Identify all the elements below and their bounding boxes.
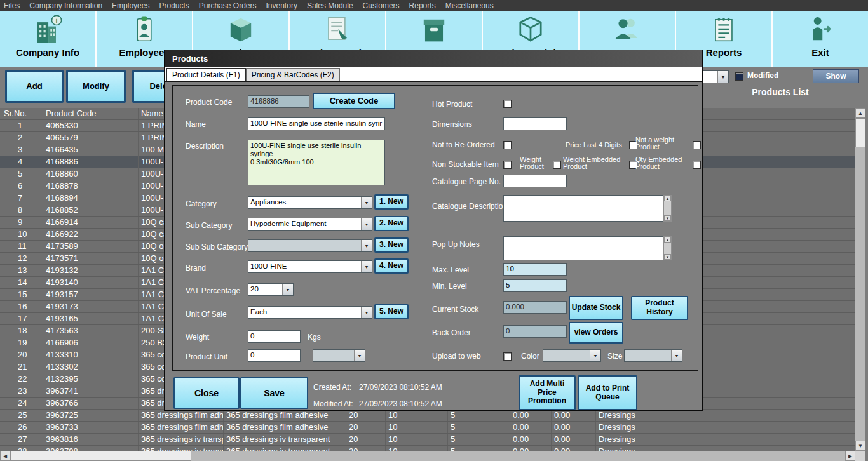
scroll-up-icon[interactable]: ▲ bbox=[855, 108, 865, 118]
hot-product-checkbox[interactable] bbox=[503, 100, 512, 108]
menu-item-miscellaneous[interactable]: Miscellaneous bbox=[445, 1, 494, 10]
sub-category-select[interactable]: Hypodermic Equipment ▼ bbox=[248, 218, 372, 230]
scroll-right-icon[interactable]: ▶ bbox=[845, 451, 855, 461]
vat-percentage-label: VAT Percentage bbox=[186, 286, 240, 295]
pop-up-notes-textarea[interactable] bbox=[503, 236, 663, 260]
menu-item-reports[interactable]: Reports bbox=[409, 1, 436, 10]
vat-percentage-select[interactable]: 20 ▼ bbox=[248, 283, 294, 296]
table-cell: 27 bbox=[0, 434, 43, 445]
table-row[interactable]: 253963725365 dressings film adhesive365 … bbox=[0, 410, 855, 422]
catalogue-description-textarea[interactable] bbox=[503, 195, 663, 222]
table-cell: 4065579 bbox=[43, 132, 139, 144]
description-textarea[interactable]: 100U-FINE single use sterile insulin syr… bbox=[248, 140, 385, 185]
name-field[interactable]: 100U-FINE single use sterile insulin syr… bbox=[248, 117, 385, 130]
table-row[interactable]: 263963733365 dressings film adhesive365 … bbox=[0, 422, 855, 434]
table-cell: 24 bbox=[0, 398, 43, 409]
menu-item-company-information[interactable]: Company Information bbox=[29, 1, 102, 10]
add-to-print-queue-button[interactable]: Add to Print Queue bbox=[578, 375, 637, 410]
category-select[interactable]: Appliances ▼ bbox=[248, 196, 372, 209]
new-unit-button[interactable]: 5. New bbox=[374, 304, 409, 319]
table-cell: 10 bbox=[386, 446, 448, 451]
non-stockable-item-checkbox[interactable] bbox=[503, 161, 512, 169]
menu-item-sales-module[interactable]: Sales Module bbox=[307, 1, 353, 10]
menu-item-products[interactable]: Products bbox=[159, 1, 189, 10]
brand-select[interactable]: 100U-FINE ▼ bbox=[248, 260, 372, 273]
scroll-left-icon[interactable]: ◀ bbox=[0, 451, 10, 461]
vertical-scrollbar-thumb[interactable] bbox=[855, 118, 865, 147]
inventory-archive-icon bbox=[418, 13, 450, 47]
table-cell: 4166922 bbox=[43, 229, 139, 240]
size-select[interactable]: ▼ bbox=[624, 349, 682, 362]
not-a-weight-product-checkbox[interactable] bbox=[693, 141, 701, 149]
scroll-down-icon[interactable]: ▼ bbox=[664, 215, 671, 221]
min-level-label: Min. Level bbox=[432, 282, 467, 291]
sub-sub-category-select[interactable]: ▼ bbox=[248, 239, 372, 252]
min-level-field[interactable]: 5 bbox=[503, 279, 567, 292]
menu-item-employees[interactable]: Employees bbox=[112, 1, 149, 10]
scroll-up-icon[interactable]: ▲ bbox=[664, 196, 671, 201]
table-cell: 4168860 bbox=[43, 168, 139, 180]
new-brand-button[interactable]: 4. New bbox=[374, 258, 409, 274]
toolbar-label: Exit bbox=[811, 47, 829, 58]
product-history-button[interactable]: Product History bbox=[631, 296, 688, 320]
table-cell: 4173563 bbox=[43, 325, 139, 337]
vertical-scrollbar[interactable]: ▲ ▼ bbox=[855, 108, 865, 451]
table-cell: 28 bbox=[0, 446, 43, 451]
menu-item-files[interactable]: Files bbox=[4, 1, 20, 10]
weight-field[interactable]: 0 bbox=[248, 330, 301, 343]
scroll-down-icon[interactable]: ▼ bbox=[855, 441, 865, 451]
catalogue-page-no-field[interactable] bbox=[503, 175, 567, 187]
table-row[interactable]: 273963816365 dressings iv transparent365… bbox=[0, 434, 855, 446]
modified-checkbox[interactable] bbox=[735, 72, 743, 81]
product-unit-field[interactable]: 0 bbox=[248, 349, 301, 362]
pop-up-notes-scrollbar[interactable]: ▲ ▼ bbox=[663, 236, 672, 260]
new-sub-category-button[interactable]: 2. New bbox=[374, 216, 409, 231]
scroll-down-icon[interactable]: ▼ bbox=[664, 254, 671, 260]
dimensions-field[interactable] bbox=[503, 117, 567, 130]
table-cell: 0.00 bbox=[510, 434, 552, 445]
column-header-srno[interactable]: Sr.No. bbox=[0, 108, 43, 119]
menu-item-customers[interactable]: Customers bbox=[363, 1, 400, 10]
update-stock-button[interactable]: Update Stock bbox=[569, 296, 623, 320]
color-select[interactable]: ▼ bbox=[543, 349, 601, 362]
table-cell: 10 bbox=[386, 410, 448, 421]
tab-product-details[interactable]: Product Details (F1) bbox=[166, 68, 246, 81]
qty-embedded-product-checkbox[interactable] bbox=[693, 161, 701, 169]
price-last-4-digits-label: Price Last 4 Digits bbox=[566, 142, 622, 149]
tab-pricing-barcodes[interactable]: Pricing & BarCodes (F2) bbox=[246, 68, 340, 81]
upload-to-web-checkbox[interactable] bbox=[503, 352, 512, 361]
max-level-field[interactable]: 10 bbox=[503, 263, 567, 276]
dialog-title-bar[interactable]: Products bbox=[165, 50, 702, 67]
table-cell: 0.00 bbox=[552, 410, 596, 421]
menu-item-purchase-orders[interactable]: Purchase Orders bbox=[199, 1, 257, 10]
column-header-product-code[interactable]: Product Code bbox=[43, 108, 139, 119]
show-button[interactable]: Show bbox=[813, 69, 859, 83]
toolbar-exit[interactable]: Exit bbox=[773, 11, 868, 67]
add-multi-price-promotion-button[interactable]: Add Multi Price Promotion bbox=[519, 375, 576, 410]
table-row[interactable]: 283963798365 dressings iv transparent365… bbox=[0, 446, 855, 451]
table-cell: 4193132 bbox=[43, 265, 139, 276]
new-category-button[interactable]: 1. New bbox=[374, 194, 409, 210]
building-info-icon: i bbox=[32, 13, 64, 47]
table-cell: 18 bbox=[0, 325, 43, 337]
horizontal-scrollbar[interactable]: ◀ ▶ bbox=[0, 451, 855, 461]
horizontal-scrollbar-thumb[interactable] bbox=[10, 451, 191, 461]
close-button[interactable]: Close bbox=[173, 377, 240, 409]
not-to-reordered-checkbox[interactable] bbox=[503, 141, 512, 149]
catalogue-description-scrollbar[interactable]: ▲ ▼ bbox=[663, 195, 672, 222]
table-cell: 1 bbox=[0, 120, 43, 131]
product-unit-select[interactable]: ▼ bbox=[313, 349, 365, 362]
view-orders-button[interactable]: view Orders bbox=[569, 322, 623, 344]
toolbar-company-info[interactable]: i Company Info bbox=[0, 11, 97, 67]
new-sub-sub-category-button[interactable]: 3. New bbox=[374, 237, 409, 253]
create-code-button[interactable]: Create Code bbox=[313, 93, 395, 109]
scroll-up-icon[interactable]: ▲ bbox=[664, 237, 671, 243]
unit-of-sale-select[interactable]: Each ▼ bbox=[248, 306, 372, 319]
table-cell: 365 dressings film adhesive bbox=[139, 422, 224, 433]
save-button[interactable]: Save bbox=[240, 377, 308, 409]
weight-product-checkbox[interactable] bbox=[553, 161, 561, 169]
modify-button[interactable]: Modify bbox=[66, 70, 126, 103]
menu-item-inventory[interactable]: Inventory bbox=[266, 1, 297, 10]
chevron-down-icon: ▼ bbox=[590, 350, 600, 361]
add-button[interactable]: Add bbox=[5, 70, 64, 103]
